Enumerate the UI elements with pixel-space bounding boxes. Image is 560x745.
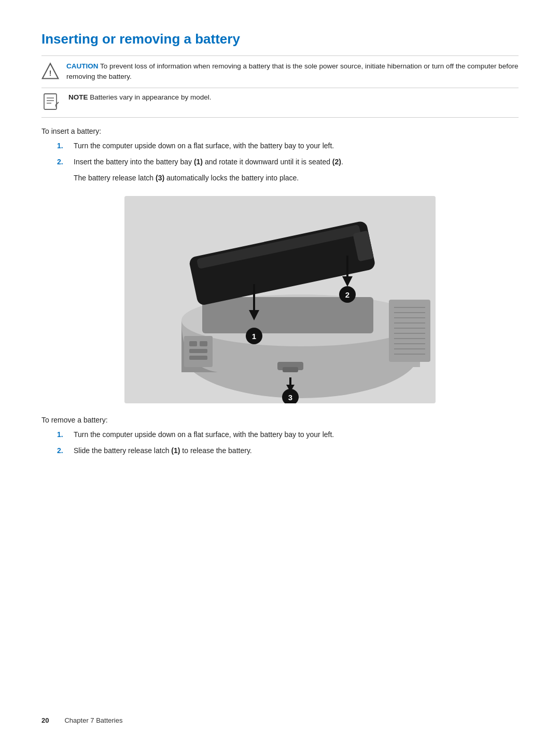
caution-text: CAUTION To prevent loss of information w…: [66, 61, 519, 82]
battery-diagram: 1 2 3: [124, 196, 436, 403]
ref-2: (2): [332, 158, 341, 166]
svg-line-6: [55, 102, 59, 105]
svg-rect-44: [189, 349, 207, 353]
note-icon: [41, 92, 61, 112]
remove-ref-1: (1): [171, 446, 180, 455]
ref-3: (3): [156, 174, 164, 182]
insert-step-2: 2. Insert the battery into the battery b…: [57, 157, 519, 167]
svg-rect-42: [189, 341, 197, 346]
svg-text:2: 2: [345, 290, 349, 299]
note-label: NOTE: [68, 93, 88, 101]
remove-step-1: 1. Turn the computer upside down on a fl…: [57, 429, 519, 440]
ref-1: (1): [194, 158, 203, 166]
svg-rect-43: [200, 341, 207, 346]
svg-rect-36: [283, 367, 298, 372]
footer-page-number: 20: [41, 716, 49, 724]
svg-rect-2: [44, 94, 57, 109]
step-num-2: 2.: [57, 157, 66, 167]
remove-step-1-text: Turn the computer upside down on a flat …: [74, 429, 334, 440]
step-num-1: 1.: [57, 140, 66, 151]
svg-text:1: 1: [252, 332, 256, 341]
insert-intro: To insert a battery:: [41, 127, 519, 135]
remove-steps-list: 1. Turn the computer upside down on a fl…: [57, 429, 519, 456]
svg-text:3: 3: [288, 393, 292, 402]
caution-label: CAUTION: [66, 62, 99, 70]
svg-rect-12: [389, 300, 430, 362]
svg-rect-45: [189, 356, 207, 360]
remove-step-num-1: 1.: [57, 429, 66, 440]
remove-step-num-2: 2.: [57, 445, 66, 456]
remove-intro: To remove a battery:: [41, 416, 519, 424]
remove-step-2: 2. Slide the battery release latch (1) t…: [57, 445, 519, 456]
step-1-text: Turn the computer upside down on a flat …: [74, 140, 334, 151]
page-title: Inserting or removing a battery: [41, 31, 519, 47]
note-box: NOTE Batteries vary in appearance by mod…: [41, 88, 519, 118]
insert-step-1: 1. Turn the computer upside down on a fl…: [57, 140, 519, 151]
step-2-text: Insert the battery into the battery bay …: [74, 157, 343, 167]
caution-body: To prevent loss of information when remo…: [66, 62, 518, 80]
footer-chapter: Chapter 7 Batteries: [64, 716, 122, 724]
insert-steps-list: 1. Turn the computer upside down on a fl…: [57, 140, 519, 167]
step-2-sub: The battery release latch (3) automatica…: [74, 173, 519, 184]
caution-icon: !: [41, 62, 59, 81]
svg-text:!: !: [49, 68, 51, 77]
page-footer: 20 Chapter 7 Batteries: [41, 716, 122, 724]
caution-box: ! CAUTION To prevent loss of information…: [41, 56, 519, 88]
note-body: Batteries vary in appearance by model.: [90, 93, 211, 101]
note-text: NOTE Batteries vary in appearance by mod…: [68, 92, 211, 103]
remove-step-2-text: Slide the battery release latch (1) to r…: [74, 445, 252, 456]
